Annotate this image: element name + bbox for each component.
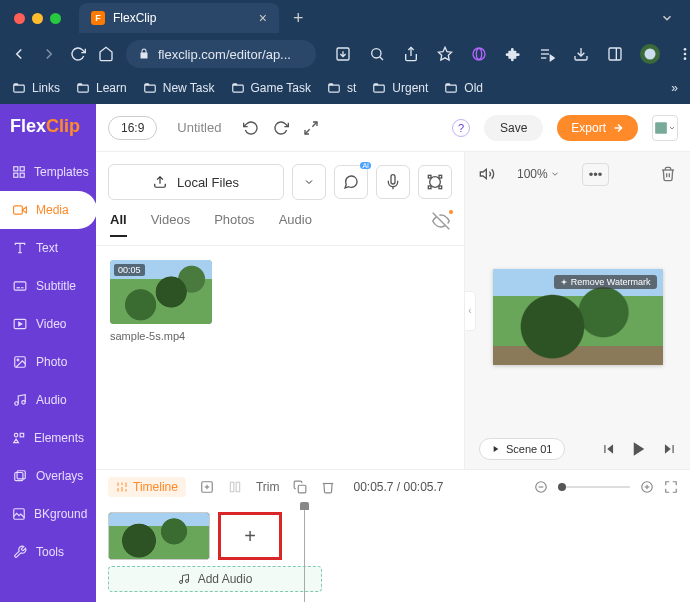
tools-icon	[12, 545, 28, 559]
remove-watermark-button[interactable]: Remove Watermark	[554, 275, 657, 289]
aspect-ratio-selector[interactable]: 16:9	[108, 116, 157, 140]
copy-icon[interactable]	[293, 480, 307, 494]
undo-icon[interactable]	[243, 120, 259, 136]
media-tab-all[interactable]: All	[110, 212, 127, 237]
preview-more-icon[interactable]: •••	[582, 163, 610, 186]
bookmark-icon[interactable]	[436, 45, 454, 63]
media-tab-videos[interactable]: Videos	[151, 212, 191, 237]
media-item[interactable]: 00:05 sample-5s.mp4	[110, 260, 212, 342]
profile-avatar-icon[interactable]	[640, 44, 660, 64]
media-tab-photos[interactable]: Photos	[214, 212, 254, 237]
fullscreen-icon[interactable]	[303, 120, 319, 136]
user-avatar[interactable]	[652, 115, 678, 141]
split-icon[interactable]	[228, 480, 242, 494]
sidebar-item-photo[interactable]: Photo	[0, 343, 96, 381]
new-tab-button[interactable]: +	[287, 8, 310, 29]
reload-icon[interactable]	[70, 45, 86, 63]
url-field[interactable]: flexclip.com/editor/ap...	[126, 40, 316, 68]
add-audio-button[interactable]: Add Audio	[108, 566, 322, 592]
app-root: FlexClip Templates Media Text Subtitle V…	[0, 104, 690, 602]
svg-marker-53	[480, 169, 486, 178]
bookmark-old[interactable]: Old	[444, 81, 483, 95]
menu-icon[interactable]	[676, 45, 690, 63]
sidebar-item-audio[interactable]: Audio	[0, 381, 96, 419]
sidebar-item-subtitle[interactable]: Subtitle	[0, 267, 96, 305]
svg-point-78	[179, 581, 182, 584]
zoom-in-icon[interactable]	[640, 480, 654, 494]
scene-selector[interactable]: Scene 01	[479, 438, 565, 460]
preview-panel: ‹ 100% ••• Remove Watermark Scene 01	[464, 152, 690, 469]
collapse-panel-icon[interactable]: ‹	[464, 291, 476, 331]
media-tab-audio[interactable]: Audio	[279, 212, 312, 237]
sidebar-item-bkground[interactable]: BKground	[0, 495, 96, 533]
save-button[interactable]: Save	[484, 115, 543, 141]
sidebar-item-tools[interactable]: Tools	[0, 533, 96, 571]
redo-icon[interactable]	[273, 120, 289, 136]
bookmark-gametask[interactable]: Game Task	[231, 81, 311, 95]
tab-close-icon[interactable]: ×	[259, 10, 267, 26]
bookmark-links[interactable]: Links	[12, 81, 60, 95]
timeline-clip[interactable]	[108, 512, 210, 560]
local-files-dropdown[interactable]	[292, 164, 326, 200]
volume-icon[interactable]	[479, 166, 495, 182]
svg-point-5	[473, 48, 485, 60]
zoom-out-icon[interactable]	[534, 480, 548, 494]
bookmark-learn[interactable]: Learn	[76, 81, 127, 95]
media-thumbnail[interactable]: 00:05	[110, 260, 212, 324]
install-icon[interactable]	[334, 45, 352, 63]
record-screen-button[interactable]	[418, 165, 452, 199]
help-icon[interactable]: ?	[452, 119, 470, 137]
local-files-button[interactable]: Local Files	[108, 164, 284, 200]
export-button[interactable]: Export	[557, 115, 638, 141]
bookmarks-overflow-icon[interactable]: »	[671, 81, 678, 95]
extensions-icon[interactable]	[504, 45, 522, 63]
sidebar-item-media[interactable]: Media	[0, 191, 97, 229]
close-window[interactable]	[14, 13, 25, 24]
add-clip-button[interactable]: +	[218, 512, 282, 560]
zoom-selector[interactable]: 100%	[509, 163, 568, 185]
add-icon[interactable]	[200, 480, 214, 494]
maximize-window[interactable]	[50, 13, 61, 24]
timeline-delete-icon[interactable]	[321, 480, 335, 494]
visibility-toggle-icon[interactable]	[432, 212, 450, 237]
delete-icon[interactable]	[660, 166, 676, 182]
sidebar-item-elements[interactable]: Elements	[0, 419, 96, 457]
svg-marker-54	[560, 278, 567, 285]
sidebar-item-overlays[interactable]: Overlays	[0, 457, 96, 495]
playlist-icon[interactable]	[538, 45, 556, 63]
extension-opera-icon[interactable]	[470, 45, 488, 63]
sidebar-item-text[interactable]: Text	[0, 229, 96, 267]
timeline-mode-button[interactable]: Timeline	[108, 477, 186, 497]
record-audio-button[interactable]	[376, 165, 410, 199]
home-icon[interactable]	[98, 45, 114, 63]
play-small-icon	[492, 445, 500, 453]
svg-point-33	[15, 402, 19, 406]
ai-chat-button[interactable]	[334, 165, 368, 199]
svg-line-42	[305, 129, 310, 134]
preview-stage: Remove Watermark	[465, 196, 690, 429]
fit-icon[interactable]	[664, 480, 678, 494]
forward-icon[interactable]	[40, 45, 58, 63]
bookmark-newtask[interactable]: New Task	[143, 81, 215, 95]
zoom-slider[interactable]	[558, 486, 630, 488]
play-icon[interactable]	[630, 440, 648, 458]
sidebar-item-templates[interactable]: Templates	[0, 153, 96, 191]
trim-label[interactable]: Trim	[256, 480, 280, 494]
skip-back-icon[interactable]	[602, 442, 616, 456]
tabs-dropdown-icon[interactable]	[652, 11, 682, 25]
sidepanel-icon[interactable]	[606, 45, 624, 63]
download-icon[interactable]	[572, 45, 590, 63]
canvas[interactable]: Remove Watermark	[493, 269, 663, 365]
project-title[interactable]: Untitled	[177, 120, 221, 135]
share-icon[interactable]	[402, 45, 420, 63]
bookmark-st[interactable]: st	[327, 81, 356, 95]
bookmark-urgent[interactable]: Urgent	[372, 81, 428, 95]
back-icon[interactable]	[10, 45, 28, 63]
playhead[interactable]	[304, 504, 305, 602]
minimize-window[interactable]	[32, 13, 43, 24]
browser-tab[interactable]: F FlexClip ×	[79, 3, 279, 33]
zoom-icon[interactable]	[368, 45, 386, 63]
sidebar-item-video[interactable]: Video	[0, 305, 96, 343]
timeline-zoom	[534, 480, 678, 494]
skip-forward-icon[interactable]	[662, 442, 676, 456]
